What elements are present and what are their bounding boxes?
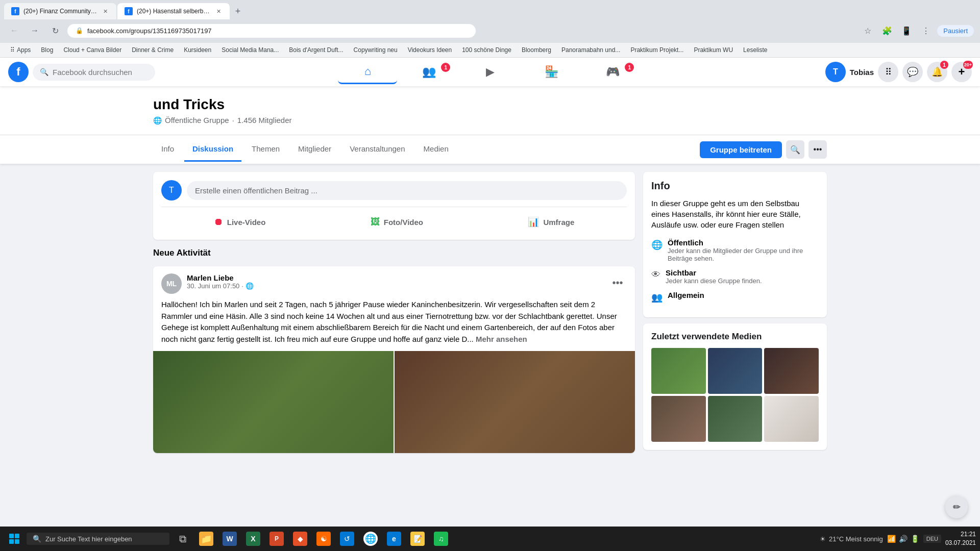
taskbar-word[interactable]: W	[218, 528, 241, 550]
back-button[interactable]: ←	[6, 22, 22, 39]
taskbar-search-bar[interactable]: 🔍 Zur Suche Text hier eingeben	[27, 533, 169, 545]
taskbar-file-explorer[interactable]: 📁	[195, 528, 217, 550]
media-thumb-6[interactable]	[764, 396, 819, 442]
extension-icon[interactable]: 🧩	[879, 22, 895, 39]
post-author[interactable]: Marlen Liebe	[187, 273, 603, 282]
reload-button[interactable]: ↻	[47, 22, 63, 39]
facebook-logo[interactable]: f	[8, 62, 29, 82]
taskbar-app-8[interactable]: ↺	[336, 528, 358, 550]
search-input[interactable]	[53, 68, 148, 77]
nav-home[interactable]: ⌂	[338, 60, 397, 84]
bookmark-bloomberg[interactable]: Bloomberg	[518, 45, 555, 55]
nav-gaming[interactable]: 🎮 1	[583, 60, 642, 84]
search-bar[interactable]: 🔍	[33, 64, 155, 81]
live-video-button[interactable]: ⏺ Live-Video	[206, 212, 274, 232]
forward-button[interactable]: →	[27, 22, 43, 39]
tab-1-title: (20+) Finanz Community - Akti...	[23, 8, 97, 15]
taskbar-app-11[interactable]: ♫	[430, 528, 452, 550]
battery-icon[interactable]: 🔋	[911, 535, 919, 543]
start-button[interactable]	[4, 529, 24, 549]
tab-2-close[interactable]: ✕	[214, 7, 223, 15]
settings-icon[interactable]: ⋮	[918, 22, 934, 39]
tab-veranstaltungen[interactable]: Veranstaltungen	[341, 137, 413, 162]
bookmark-video[interactable]: Videokurs Ideen	[404, 45, 456, 55]
media-thumb-1[interactable]	[651, 348, 706, 394]
read-more-button[interactable]: Mehr ansehen	[476, 335, 527, 343]
grid-icon: ⠿	[885, 66, 892, 78]
media-thumb-3[interactable]	[764, 348, 819, 394]
bookmark-star-icon[interactable]: ☆	[860, 22, 876, 39]
media-thumb-4[interactable]	[651, 396, 706, 442]
tab-mitglieder[interactable]: Mitglieder	[290, 137, 339, 162]
address-bar[interactable]: 🔒 facebook.com/groups/1351169735017197	[67, 24, 476, 38]
public-label: Öffentlich	[668, 238, 819, 247]
messenger-button[interactable]: 💬	[902, 62, 923, 82]
globe-post-icon: 🌐	[246, 282, 254, 290]
bookmark-praktikum1[interactable]: Praktikum Projekt...	[626, 45, 688, 55]
taskbar-weather[interactable]: ☀ 21°C Meist sonnig	[820, 535, 883, 543]
bookmark-social[interactable]: Social Media Mana...	[217, 45, 283, 55]
nav-watch[interactable]: ▶	[460, 60, 520, 84]
media-thumb-2[interactable]	[708, 348, 763, 394]
account-menu-button[interactable]: + 20+	[951, 62, 972, 82]
post-images	[153, 351, 635, 453]
media-thumb-5[interactable]	[708, 396, 763, 442]
taskbar-clock[interactable]: 21:21 03.07.2021	[945, 530, 976, 547]
bookmark-kursideen[interactable]: Kursideen	[180, 45, 215, 55]
persons-icon: 👥	[651, 292, 663, 303]
composer-input[interactable]: Erstelle einen öffentlichen Beitrag ...	[187, 181, 627, 200]
tab-1[interactable]: f (20+) Finanz Community - Akti... ✕	[4, 3, 116, 19]
profile-pill[interactable]: Pausiert	[937, 25, 974, 37]
powerpoint-icon: P	[270, 532, 284, 546]
bookmark-leseliste[interactable]: Leseliste	[739, 45, 771, 55]
post-image-2[interactable]	[395, 351, 635, 453]
taskbar-powerpoint[interactable]: P	[265, 528, 288, 550]
messenger-compose-button[interactable]: ✏	[945, 496, 968, 518]
nav-friends[interactable]: 👥 1	[399, 60, 458, 84]
taskbar-excel[interactable]: X	[242, 528, 264, 550]
taskbar-taskview[interactable]: ⧉	[172, 528, 194, 550]
bookmark-cloud[interactable]: Cloud + Canva Bilder	[59, 45, 126, 55]
search-group-button[interactable]: 🔍	[786, 140, 804, 159]
volume-icon[interactable]: 🔊	[899, 535, 908, 543]
bookmark-copy[interactable]: Copywriting neu	[350, 45, 402, 55]
messenger-icon: 💬	[907, 66, 918, 78]
nav-marketplace[interactable]: 🏪	[522, 60, 581, 84]
tab-info[interactable]: Info	[153, 137, 182, 162]
chrome-cast-icon[interactable]: 📱	[898, 22, 915, 39]
bookmark-blog[interactable]: Blog	[37, 45, 57, 55]
post-image-1[interactable]	[153, 351, 394, 453]
bookmarks-bar: ⠿Apps Blog Cloud + Canva Bilder Dinner &…	[0, 43, 980, 58]
taskbar-edge[interactable]: e	[383, 528, 405, 550]
notifications-button[interactable]: 🔔 1	[927, 62, 947, 82]
bookmark-dinner[interactable]: Dinner & Crime	[128, 45, 178, 55]
tab-diskussion[interactable]: Diskussion	[184, 137, 241, 162]
join-group-button[interactable]: Gruppe beitreten	[700, 141, 782, 158]
bookmark-100[interactable]: 100 schöne Dinge	[458, 45, 516, 55]
friends-icon: 👥	[422, 65, 436, 79]
new-tab-button[interactable]: +	[231, 4, 245, 18]
tab-medien[interactable]: Medien	[415, 137, 457, 162]
bookmark-bois[interactable]: Bois d'Argent Duft...	[285, 45, 347, 55]
taskbar-app-6[interactable]: ◆	[289, 528, 311, 550]
taskbar-chrome[interactable]: 🌐	[359, 528, 382, 550]
poll-button[interactable]: 📊 Umfrage	[520, 212, 582, 232]
tab-1-close[interactable]: ✕	[101, 7, 109, 15]
sidebar-column: Info In dieser Gruppe geht es um den Sel…	[643, 172, 827, 453]
more-options-button[interactable]: •••	[808, 140, 827, 159]
tab-themen[interactable]: Themen	[243, 137, 288, 162]
photo-video-button[interactable]: 🖼 Foto/Video	[362, 212, 431, 232]
user-profile-button[interactable]: T Tobias	[825, 62, 874, 82]
post-options-button[interactable]: •••	[608, 273, 627, 292]
chrome-icon: 🌐	[363, 532, 378, 546]
bookmark-panorama[interactable]: Panoramabahn und...	[557, 45, 624, 55]
taskbar-app-7[interactable]: ☯	[312, 528, 335, 550]
network-icon[interactable]: 📶	[887, 535, 896, 543]
taskbar-notes[interactable]: 📝	[406, 528, 429, 550]
toolbar-icons: ☆ 🧩 📱 ⋮ Pausiert	[860, 22, 974, 39]
bookmark-praktikum-wu[interactable]: Praktikum WU	[690, 45, 737, 55]
apps-menu-button[interactable]: ⠿	[878, 62, 898, 82]
bookmark-apps[interactable]: ⠿Apps	[6, 45, 35, 55]
tab-2[interactable]: f (20+) Hasenstall selberbauen - T... ✕	[117, 3, 230, 19]
language-badge: DEU	[923, 535, 941, 543]
